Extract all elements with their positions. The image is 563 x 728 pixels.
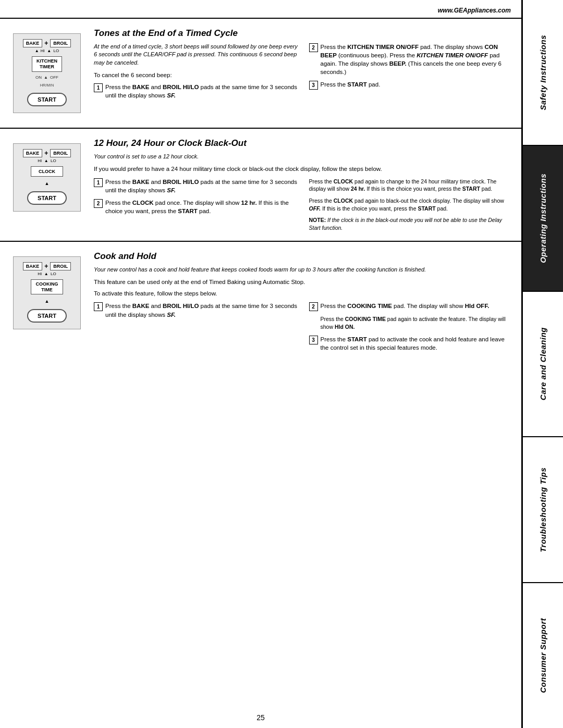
step-text-s3-1: Press the BAKE and BROIL HI/LO pads at t…: [105, 302, 299, 318]
section2-right-p1: Press the CLOCK pad again to change to t…: [309, 178, 514, 193]
control-box-clock: BAKE + BROIL HI ▲ LO CLOCK ▲ START: [13, 143, 81, 212]
bake-label-2: BAKE: [23, 149, 43, 157]
section3-two-col: 1 Press the BAKE and BROIL HI/LO pads at…: [94, 302, 513, 356]
arrow-up-1: ▲: [35, 48, 39, 53]
sidebar-tab-consumer: Consumer Support: [523, 583, 563, 728]
sidebar-tab-troubleshooting: Troubleshooting Tips: [523, 437, 563, 583]
control-box-tones: BAKE + BROIL ▲ HI ▲ LO KITCHEN TIMER ON …: [13, 33, 81, 113]
website-link: www.GEAppliances.com: [438, 7, 511, 14]
sidebar-tab-care: Care and Cleaning: [523, 292, 563, 438]
step-text-1: Press the BAKE and BROIL HI/LO pads at t…: [105, 83, 299, 100]
hi-lo-label: HI ▲ LO: [41, 48, 59, 53]
control-top-row-3: BAKE + BROIL: [23, 262, 71, 270]
main-content: www.GEAppliances.com BAKE + BROIL ▲ HI ▲…: [0, 0, 521, 728]
control-top-row: BAKE + BROIL: [23, 39, 71, 47]
step-text-3: Press the START pad.: [321, 80, 514, 89]
section-content-cook: Cook and Hold Your new control has a coo…: [91, 251, 521, 356]
control-top-row-2: BAKE + BROIL: [23, 149, 71, 157]
header: www.GEAppliances.com: [0, 0, 521, 19]
section2-two-col: 1 Press the BAKE and BROIL HI/LO pads at…: [94, 178, 513, 231]
step-text-s3-2: Press the COOKING TIME pad. The display …: [321, 302, 514, 310]
step-num-s2-2: 2: [94, 199, 103, 208]
hi-lo-label-3: HI ▲ LO: [38, 272, 56, 276]
on-label: ON: [35, 75, 42, 80]
section3-intro: Your new control has a cook and hold fea…: [94, 266, 513, 274]
step-num-s2-1: 1: [94, 178, 103, 187]
section1-col-left: At the end of a timed cycle, 3 short bee…: [94, 43, 299, 104]
right-sidebar: Safety Instructions Operating Instructio…: [521, 0, 563, 728]
step-num-3: 3: [309, 81, 318, 90]
footer: 25: [0, 707, 521, 728]
step-num-2: 2: [309, 43, 318, 52]
arrow-up-cook: ▲: [45, 299, 50, 304]
plus-sign-2: +: [44, 150, 48, 157]
section2-title: 12 Hour, 24 Hour or Clock Black-Out: [94, 138, 513, 149]
sidebar-label-care: Care and Cleaning: [538, 327, 547, 400]
hrmin-label: HR/MIN: [40, 83, 54, 88]
sidebar-label-operating: Operating Instructions: [538, 174, 547, 263]
broil-label: BROIL: [50, 39, 71, 47]
step-num-s3-3: 3: [309, 336, 318, 344]
section1-title: Tones at the End of a Timed Cycle: [94, 28, 513, 39]
step-text-s2-2: Press the CLOCK pad once. The display wi…: [105, 199, 299, 215]
step-text-s2-1: Press the BAKE and BROIL HI/LO pads at t…: [105, 178, 299, 194]
section3-body1: This feature can be used only at the end…: [94, 278, 513, 287]
section1-cancel-label: To cancel the 6 second beep:: [94, 71, 299, 80]
broil-label-3: BROIL: [50, 262, 71, 270]
plus-sign: +: [44, 40, 48, 47]
bake-label-3: BAKE: [23, 262, 43, 270]
on-off-row: ON ▲ OFF: [35, 75, 58, 80]
section3-col-left: 1 Press the BAKE and BROIL HI/LO pads at…: [94, 302, 299, 356]
sidebar-label-safety: Safety Instructions: [538, 35, 547, 110]
step-num-1: 1: [94, 83, 103, 92]
section2-intro: Your control is set to use a 12 hour clo…: [94, 153, 513, 161]
broil-label-2: BROIL: [50, 149, 71, 157]
section3-step2: 2 Press the COOKING TIME pad. The displa…: [309, 302, 514, 311]
section1-two-col: At the end of a timed cycle, 3 short bee…: [94, 43, 513, 104]
section3-right-p1: Press the COOKING TIME pad again to acti…: [321, 315, 514, 330]
section2-right-p2: Press the CLOCK pad again to black-out t…: [309, 197, 514, 212]
section-tones: BAKE + BROIL ▲ HI ▲ LO KITCHEN TIMER ON …: [0, 19, 521, 129]
sidebar-label-consumer: Consumer Support: [538, 618, 547, 693]
plus-sign-3: +: [44, 263, 48, 270]
step-text-2: Press the KITCHEN TIMER ON/OFF pad. The …: [321, 43, 514, 76]
section-content-tones: Tones at the End of a Timed Cycle At the…: [91, 28, 521, 118]
bake-label: BAKE: [23, 39, 43, 47]
section1-step1: 1 Press the BAKE and BROIL HI/LO pads at…: [94, 83, 299, 100]
section3-step3: 3 Press the START pad to activate the co…: [309, 335, 514, 352]
page-number: 25: [256, 713, 265, 722]
section2-note: NOTE: If the clock is in the black-out m…: [309, 216, 514, 231]
control-panel-cook: BAKE + BROIL HI ▲ LO COOKING TIME ▲ STAR…: [0, 251, 91, 356]
section3-col-right: 2 Press the COOKING TIME pad. The displa…: [309, 302, 514, 356]
hi-lo-label-2: HI ▲ LO: [38, 158, 56, 163]
section2-col-right: Press the CLOCK pad again to change to t…: [309, 178, 514, 231]
control-panel-clock: BAKE + BROIL HI ▲ LO CLOCK ▲ START: [0, 138, 91, 231]
section3-step1: 1 Press the BAKE and BROIL HI/LO pads at…: [94, 302, 299, 318]
start-button-1: START: [27, 93, 67, 106]
section-clock: BAKE + BROIL HI ▲ LO CLOCK ▲ START 12 Ho…: [0, 129, 521, 242]
arrow-up-clock: ▲: [45, 181, 50, 186]
off-label: OFF: [50, 75, 58, 80]
kitchen-timer-label: KITCHEN TIMER: [32, 56, 62, 72]
section1-step3: 3 Press the START pad.: [309, 80, 514, 90]
control-panel-tones: BAKE + BROIL ▲ HI ▲ LO KITCHEN TIMER ON …: [0, 28, 91, 118]
section2-step1: 1 Press the BAKE and BROIL HI/LO pads at…: [94, 178, 299, 194]
cooking-time-label: COOKING TIME: [31, 279, 63, 295]
section2-col-left: 1 Press the BAKE and BROIL HI/LO pads at…: [94, 178, 299, 231]
section1-intro: At the end of a timed cycle, 3 short bee…: [94, 43, 299, 67]
section-content-clock: 12 Hour, 24 Hour or Clock Black-Out Your…: [91, 138, 521, 231]
section-cook-hold: BAKE + BROIL HI ▲ LO COOKING TIME ▲ STAR…: [0, 242, 521, 365]
clock-label: CLOCK: [31, 166, 63, 177]
control-box-cook: BAKE + BROIL HI ▲ LO COOKING TIME ▲ STAR…: [13, 256, 81, 330]
start-button-2: START: [27, 191, 67, 205]
step-num-s3-1: 1: [94, 302, 103, 311]
arrow-up-2: ▲: [44, 75, 48, 80]
sidebar-label-troubleshooting: Troubleshooting Tips: [538, 467, 547, 552]
step-text-s3-3: Press the START pad to activate the cook…: [321, 335, 514, 352]
sidebar-tab-operating: Operating Instructions: [523, 146, 563, 292]
section3-body2: To activate this feature, follow the ste…: [94, 289, 513, 298]
section1-step2: 2 Press the KITCHEN TIMER ON/OFF pad. Th…: [309, 43, 514, 76]
start-button-3: START: [27, 309, 67, 323]
section3-title: Cook and Hold: [94, 251, 513, 262]
section2-step2: 2 Press the CLOCK pad once. The display …: [94, 199, 299, 215]
